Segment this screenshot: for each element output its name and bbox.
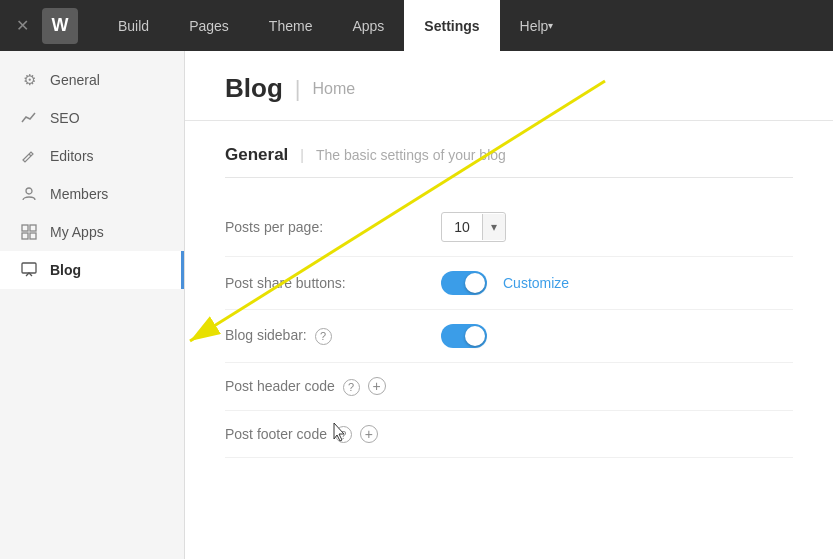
settings-section: General | The basic settings of your blo… [185, 121, 833, 482]
post-share-buttons-row: Post share buttons: Customize [225, 257, 793, 310]
nav-pages[interactable]: Pages [169, 0, 249, 51]
seo-icon [20, 109, 38, 127]
logo: W [42, 8, 78, 44]
nav-settings[interactable]: Settings [404, 0, 499, 51]
sidebar-item-myapps[interactable]: My Apps [0, 213, 184, 251]
svg-rect-5 [30, 233, 36, 239]
section-header: General | The basic settings of your blo… [225, 145, 793, 178]
post-footer-code-label: Post footer code ? + [225, 425, 425, 444]
section-separator: | [300, 147, 304, 163]
header-separator: | [295, 76, 301, 102]
sidebar-label-blog: Blog [50, 262, 81, 278]
blog-sidebar-help-icon[interactable]: ? [315, 328, 332, 345]
chevron-down-icon[interactable]: ▾ [482, 214, 505, 240]
gear-icon: ⚙ [20, 71, 38, 89]
nav-build[interactable]: Build [98, 0, 169, 51]
sidebar-label-members: Members [50, 186, 108, 202]
select-value: 10 [442, 213, 482, 241]
svg-rect-3 [30, 225, 36, 231]
blog-icon [20, 261, 38, 279]
svg-rect-6 [22, 263, 36, 273]
close-icon[interactable]: ✕ [10, 16, 34, 35]
editors-icon [20, 147, 38, 165]
members-icon [20, 185, 38, 203]
page-header: Blog | Home [185, 51, 833, 121]
post-header-code-row: Post header code ? + [225, 363, 793, 411]
post-header-code-plus-icon[interactable]: + [368, 377, 386, 395]
sidebar-label-editors: Editors [50, 148, 94, 164]
posts-per-page-row: Posts per page: 10 ▾ [225, 198, 793, 257]
svg-line-0 [29, 154, 31, 156]
nav-theme[interactable]: Theme [249, 0, 333, 51]
sidebar-item-editors[interactable]: Editors [0, 137, 184, 175]
section-description: The basic settings of your blog [316, 147, 506, 163]
toggle-knob-2 [465, 326, 485, 346]
page-breadcrumb: Home [312, 80, 355, 98]
sidebar-item-members[interactable]: Members [0, 175, 184, 213]
post-footer-code-row: Post footer code ? + [225, 411, 793, 459]
posts-per-page-label: Posts per page: [225, 219, 425, 235]
svg-rect-2 [22, 225, 28, 231]
sidebar-item-seo[interactable]: SEO [0, 99, 184, 137]
nav-items: Build Pages Theme Apps Settings Help [98, 0, 823, 51]
nav-apps[interactable]: Apps [332, 0, 404, 51]
post-header-code-help-icon[interactable]: ? [343, 379, 360, 396]
post-footer-code-plus-icon[interactable]: + [360, 425, 378, 443]
posts-per-page-select[interactable]: 10 ▾ [441, 212, 506, 242]
post-share-buttons-toggle[interactable] [441, 271, 487, 295]
sidebar-label-general: General [50, 72, 100, 88]
sidebar-item-general[interactable]: ⚙ General [0, 61, 184, 99]
sidebar-label-seo: SEO [50, 110, 80, 126]
post-header-code-label: Post header code ? + [225, 377, 425, 396]
svg-point-1 [26, 188, 32, 194]
customize-link[interactable]: Customize [503, 275, 569, 291]
sidebar-item-blog[interactable]: Blog [0, 251, 184, 289]
sidebar: ⚙ General SEO Editors [0, 51, 185, 559]
main-content: Blog | Home General | The basic settings… [185, 51, 833, 559]
toggle-knob [465, 273, 485, 293]
post-share-buttons-label: Post share buttons: [225, 275, 425, 291]
nav-help[interactable]: Help [500, 0, 574, 51]
section-title: General [225, 145, 288, 165]
page-title: Blog [225, 73, 283, 104]
sidebar-label-myapps: My Apps [50, 224, 104, 240]
svg-rect-4 [22, 233, 28, 239]
myapps-icon [20, 223, 38, 241]
layout: ⚙ General SEO Editors [0, 51, 833, 559]
post-footer-code-help-icon[interactable]: ? [335, 426, 352, 443]
top-nav: ✕ W Build Pages Theme Apps Settings Help [0, 0, 833, 51]
blog-sidebar-row: Blog sidebar: ? [225, 310, 793, 363]
blog-sidebar-toggle[interactable] [441, 324, 487, 348]
blog-sidebar-label: Blog sidebar: ? [225, 327, 425, 345]
